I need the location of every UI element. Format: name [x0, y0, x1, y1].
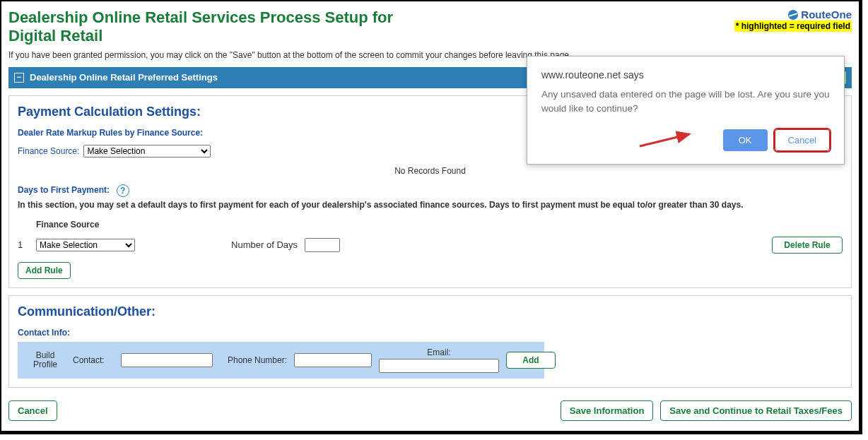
email-label: Email: [427, 347, 450, 357]
brand-globe-icon [788, 10, 798, 20]
comm-section-title: Communication/Other: [18, 304, 843, 319]
svg-line-0 [640, 134, 689, 146]
page-container: Dealership Online Retail Services Proces… [0, 0, 862, 434]
accordion-toggle[interactable]: − [14, 73, 24, 83]
brand-block: RouteOne * highlighted = required field [734, 8, 852, 32]
save-information-button[interactable]: Save Information [561, 400, 653, 421]
help-icon[interactable]: ? [117, 184, 129, 197]
page-header: Dealership Online Retail Services Proces… [8, 8, 852, 47]
dialog-ok-button[interactable]: OK [723, 129, 768, 151]
rule-row: 1 Make Selection Number of Days Delete R… [18, 237, 843, 254]
dialog-origin: www.routeone.net says [541, 69, 830, 81]
contact-info-label: Contact Info: [18, 328, 843, 338]
finance-source-label: Finance Source: [18, 146, 79, 156]
email-input[interactable] [379, 359, 499, 373]
brand-logo: RouteOne [788, 8, 852, 20]
no-records-text: No Records Found [18, 166, 843, 176]
footer-row: Cancel Save Information Save and Continu… [8, 400, 852, 421]
delete-rule-button[interactable]: Delete Rule [772, 237, 843, 254]
rule-index: 1 [18, 239, 29, 250]
add-rule-button[interactable]: Add Rule [18, 262, 71, 279]
contact-bar: Build Profile Contact: Phone Number: Ema… [18, 342, 544, 379]
col-finance-source: Finance Source [36, 220, 149, 230]
num-days-label: Number of Days [156, 239, 298, 250]
dialog-message: Any unsaved data entered on the page wil… [541, 88, 830, 117]
annotation-arrow-icon [636, 129, 696, 150]
num-days-input[interactable] [305, 238, 340, 252]
finance-source-select[interactable]: Make Selection [83, 145, 211, 157]
dtfp-description: In this section, you may set a default d… [18, 200, 843, 210]
page-title: Dealership Online Retail Services Proces… [8, 8, 404, 46]
comm-panel: Communication/Other: Contact Info: Build… [8, 295, 852, 388]
save-continue-button[interactable]: Save and Continue to Retail Taxes/Fees [660, 400, 852, 421]
required-hint: * highlighted = required field [734, 20, 852, 32]
rule-finance-source-select[interactable]: Make Selection [36, 239, 135, 251]
cancel-button[interactable]: Cancel [8, 400, 57, 421]
dtfp-label: Days to First Payment: [18, 185, 110, 195]
accordion-title: Dealership Online Retail Preferred Setti… [30, 72, 218, 83]
contact-input[interactable] [121, 353, 213, 367]
dialog-cancel-button[interactable]: Cancel [775, 129, 830, 151]
add-contact-button[interactable]: Add [506, 352, 556, 369]
brand-name: RouteOne [801, 8, 852, 20]
phone-label: Phone Number: [220, 355, 287, 365]
contact-label: Contact: [73, 355, 114, 365]
build-profile-label: Build Profile [25, 351, 66, 369]
phone-input[interactable] [294, 353, 372, 367]
